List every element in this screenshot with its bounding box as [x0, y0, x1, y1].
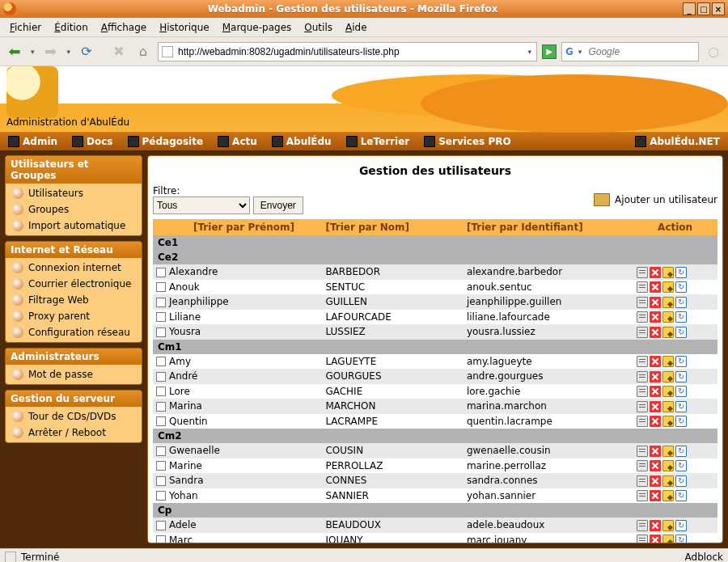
row-checkbox[interactable]	[156, 387, 166, 396]
go-button[interactable]: ▶	[542, 44, 557, 59]
refresh-icon[interactable]	[675, 311, 687, 323]
detail-icon[interactable]	[637, 371, 648, 382]
edit-icon[interactable]	[662, 267, 674, 278]
refresh-icon[interactable]	[675, 297, 687, 308]
detail-icon[interactable]	[637, 460, 648, 471]
edit-icon[interactable]	[662, 327, 674, 338]
row-checkbox[interactable]	[156, 268, 166, 277]
detail-icon[interactable]	[637, 311, 648, 323]
menu-outils[interactable]: Outils	[299, 20, 337, 35]
nav-services-pro[interactable]: Services PRO	[419, 136, 515, 147]
window-close-button[interactable]: ×	[712, 2, 725, 15]
row-checkbox[interactable]	[156, 402, 166, 412]
refresh-icon[interactable]	[675, 535, 687, 543]
sidebar-item-tour-de-cds-dvds[interactable]: Tour de CDs/DVDs	[6, 408, 142, 425]
row-checkbox[interactable]	[156, 327, 166, 337]
search-input[interactable]	[586, 45, 712, 58]
refresh-icon[interactable]	[675, 356, 687, 367]
row-checkbox[interactable]	[156, 491, 166, 501]
window-maximize-button[interactable]: □	[697, 2, 710, 15]
delete-icon[interactable]	[650, 520, 661, 531]
detail-icon[interactable]	[637, 267, 648, 278]
col-login-sort[interactable]: [Trier par Identifiant]	[463, 219, 633, 235]
detail-icon[interactable]	[637, 490, 648, 501]
window-minimize-button[interactable]: _	[683, 2, 696, 15]
refresh-icon[interactable]	[675, 446, 687, 457]
sidebar-item-utilisateurs[interactable]: Utilisateurs	[6, 185, 142, 201]
reload-button[interactable]: ⟳	[77, 42, 96, 61]
col-firstname-sort[interactable]: [Trier par Prénom]	[153, 219, 322, 235]
refresh-icon[interactable]	[675, 327, 687, 338]
delete-icon[interactable]	[650, 535, 661, 543]
sidebar-item-configuration-r-seau[interactable]: Configuration réseau	[6, 324, 142, 340]
home-button[interactable]: ⌂	[133, 42, 153, 61]
detail-icon[interactable]	[637, 416, 648, 427]
refresh-icon[interactable]	[675, 460, 687, 471]
edit-icon[interactable]	[662, 535, 674, 543]
delete-icon[interactable]	[650, 311, 661, 323]
edit-icon[interactable]	[662, 490, 674, 501]
refresh-icon[interactable]	[675, 281, 687, 293]
sidebar-item-filtrage-web[interactable]: Filtrage Web	[6, 292, 142, 308]
back-button[interactable]: ⬅	[5, 42, 24, 61]
detail-icon[interactable]	[637, 281, 648, 293]
row-checkbox[interactable]	[156, 282, 166, 292]
menu-historique[interactable]: Historique	[154, 20, 214, 35]
refresh-icon[interactable]	[675, 386, 687, 397]
detail-icon[interactable]	[637, 297, 648, 308]
sidebar-item-import-automatique[interactable]: Import automatique	[6, 218, 142, 234]
url-dropdown[interactable]: ▾	[526, 48, 533, 56]
detail-icon[interactable]	[637, 401, 648, 412]
menu-affichage[interactable]: Affichage	[96, 20, 151, 35]
row-checkbox[interactable]	[156, 476, 166, 486]
row-checkbox[interactable]	[156, 298, 166, 307]
menu-marque-pages[interactable]: Marque-pages	[218, 20, 297, 35]
refresh-icon[interactable]	[675, 490, 687, 501]
row-checkbox[interactable]	[156, 446, 166, 456]
nav-actu[interactable]: Actu	[213, 136, 262, 147]
delete-icon[interactable]	[650, 356, 661, 367]
detail-icon[interactable]	[637, 386, 648, 397]
menu-édition[interactable]: Édition	[49, 20, 93, 35]
url-input[interactable]	[176, 45, 523, 58]
menu-aide[interactable]: Aide	[341, 20, 372, 35]
delete-icon[interactable]	[650, 386, 661, 397]
sidebar-item-courrier-lectronique[interactable]: Courrier électronique	[6, 276, 142, 292]
menu-fichier[interactable]: Fichier	[5, 20, 46, 35]
search-bar[interactable]: G ▾	[561, 42, 699, 61]
edit-icon[interactable]	[662, 520, 674, 531]
detail-icon[interactable]	[637, 520, 648, 531]
edit-icon[interactable]	[662, 460, 674, 471]
delete-icon[interactable]	[650, 371, 661, 382]
detail-icon[interactable]	[637, 356, 648, 367]
sidebar-item-mot-de-passe[interactable]: Mot de passe	[6, 366, 142, 382]
col-lastname-sort[interactable]: [Trier par Nom]	[322, 219, 463, 235]
delete-icon[interactable]	[650, 475, 661, 487]
filter-select[interactable]: Tous	[153, 196, 250, 214]
refresh-icon[interactable]	[675, 267, 687, 278]
sidebar-item-arr-ter-reboot[interactable]: Arrêter / Reboot	[6, 425, 142, 441]
detail-icon[interactable]	[637, 475, 648, 487]
edit-icon[interactable]	[662, 475, 674, 487]
edit-icon[interactable]	[662, 297, 674, 308]
nav-leterrier[interactable]: LeTerrier	[341, 136, 415, 147]
delete-icon[interactable]	[650, 416, 661, 427]
forward-history-dropdown[interactable]: ▾	[66, 48, 73, 56]
send-button[interactable]: Envoyer	[253, 196, 303, 214]
sidebar-item-proxy-parent[interactable]: Proxy parent	[6, 308, 142, 324]
row-checkbox[interactable]	[156, 416, 166, 426]
edit-icon[interactable]	[662, 446, 674, 457]
search-engine-dropdown[interactable]: ▾	[577, 48, 584, 56]
detail-icon[interactable]	[637, 535, 648, 543]
delete-icon[interactable]	[650, 446, 661, 457]
url-bar[interactable]: ▾	[158, 42, 537, 61]
nav-abul-du-net[interactable]: AbulÉdu.NET	[630, 136, 725, 147]
edit-icon[interactable]	[662, 416, 674, 427]
nav-docs[interactable]: Docs	[67, 136, 117, 147]
delete-icon[interactable]	[650, 460, 661, 471]
refresh-icon[interactable]	[675, 401, 687, 412]
nav-admin[interactable]: Admin	[3, 136, 62, 147]
row-checkbox[interactable]	[156, 357, 166, 366]
edit-icon[interactable]	[662, 356, 674, 367]
add-user-link[interactable]: Ajouter un utilisateur	[594, 193, 717, 206]
